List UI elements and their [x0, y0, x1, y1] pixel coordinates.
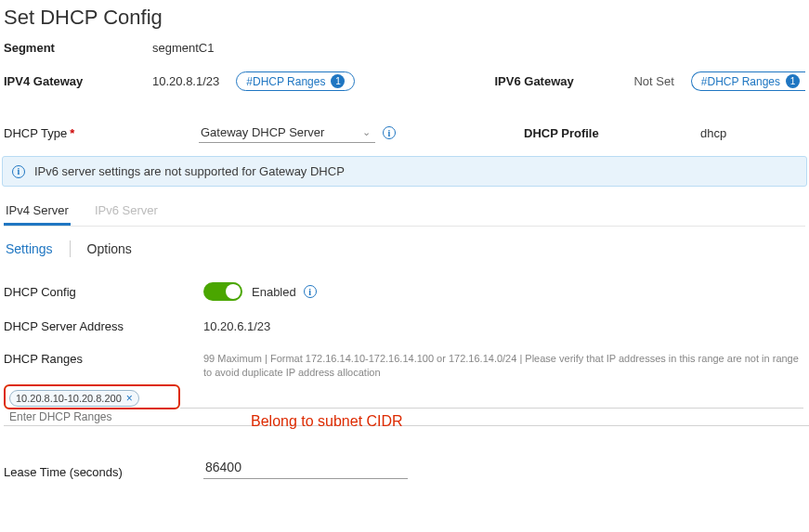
lease-time-label: Lease Time (seconds) — [4, 465, 203, 479]
dhcp-server-address-value: 10.20.6.1/23 — [203, 319, 270, 333]
ipv6-dhcp-ranges-pill-label: #DHCP Ranges — [701, 75, 780, 88]
dhcp-type-select[interactable]: Gateway DHCP Server ⌄ — [199, 123, 375, 143]
lease-time-input[interactable] — [203, 456, 408, 479]
dhcp-config-state: Enabled — [252, 285, 296, 299]
dhcp-range-chip-text: 10.20.8.10-10.20.8.200 — [16, 393, 122, 404]
page-title: Set DHCP Config — [0, 0, 809, 39]
dhcp-ranges-field-highlight: 10.20.8.10-10.20.8.200 × — [4, 384, 180, 409]
ipv4-dhcp-ranges-count: 1 — [331, 74, 345, 88]
subtab-options[interactable]: Options — [85, 240, 149, 258]
dhcp-config-toggle[interactable] — [203, 282, 242, 301]
ipv4-dhcp-ranges-pill[interactable]: #DHCP Ranges 1 — [236, 71, 355, 91]
ipv4-dhcp-ranges-pill-label: #DHCP Ranges — [246, 75, 325, 88]
subtab-divider — [70, 240, 71, 257]
dhcp-ranges-hint: 99 Maximum | Format 172.16.14.10-172.16.… — [203, 352, 805, 381]
info-icon: i — [12, 165, 25, 178]
ipv4-gateway-value: 10.20.8.1/23 — [152, 74, 236, 88]
dhcp-profile-value: dhcp — [663, 126, 743, 140]
ipv4-gateway-label: IPV4 Gateway — [4, 74, 152, 88]
dhcp-type-label: DHCP Type* — [4, 126, 152, 140]
ipv6-gateway-value: Not Set — [633, 74, 690, 88]
chevron-down-icon: ⌄ — [359, 126, 373, 138]
dhcp-range-chip[interactable]: 10.20.8.10-10.20.8.200 × — [9, 390, 139, 407]
tab-ipv6-server: IPv6 Server — [93, 198, 160, 226]
ipv6-dhcp-ranges-pill[interactable]: #DHCP Ranges 1 — [691, 71, 805, 91]
close-icon[interactable]: × — [126, 392, 133, 405]
tab-ipv4-server[interactable]: IPv4 Server — [4, 198, 71, 226]
subtab-settings[interactable]: Settings — [4, 240, 70, 258]
ipv6-gateway-label: IPV6 Gateway — [494, 74, 633, 88]
info-icon[interactable]: i — [304, 285, 317, 298]
segment-label: Segment — [4, 41, 152, 55]
sub-tabs: Settings Options — [4, 240, 805, 258]
dhcp-type-value: Gateway DHCP Server — [201, 125, 324, 139]
dhcp-server-address-label: DHCP Server Address — [4, 319, 203, 333]
server-tabs: IPv4 Server IPv6 Server — [4, 198, 805, 227]
ipv6-dhcp-ranges-count: 1 — [786, 74, 800, 88]
segment-value: segmentC1 — [152, 41, 230, 55]
info-banner: i IPv6 server settings are not supported… — [2, 156, 807, 187]
banner-text: IPv6 server settings are not supported f… — [34, 164, 345, 178]
required-indicator: * — [70, 126, 74, 140]
annotation-callout: Belong to subnet CIDR — [251, 413, 403, 430]
info-icon[interactable]: i — [383, 126, 396, 139]
dhcp-ranges-label: DHCP Ranges — [4, 352, 203, 381]
dhcp-ranges-input[interactable] — [4, 407, 809, 426]
dhcp-ranges-underline — [180, 388, 803, 409]
dhcp-config-label: DHCP Config — [4, 285, 203, 299]
dhcp-profile-label: DHCP Profile — [524, 126, 663, 140]
